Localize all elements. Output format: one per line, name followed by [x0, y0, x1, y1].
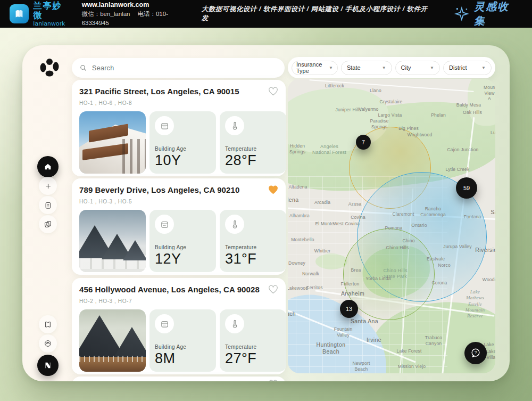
- n-logo-button[interactable]: [37, 355, 59, 376]
- map-label: Paradise Springs: [370, 118, 388, 129]
- map-label: Sa: [491, 209, 495, 216]
- map-label: Woodcr: [483, 277, 495, 283]
- map-label: Newport Beach: [352, 361, 370, 372]
- map-label: Fullerton: [341, 281, 360, 287]
- map-label: Lakewood: [288, 285, 308, 291]
- map-label: Santa Ana: [351, 318, 378, 325]
- notes-icon: [44, 201, 52, 209]
- property-card-partial[interactable]: 123 Sunset Boulevard, Los Angeles, CA 90…: [72, 377, 286, 381]
- map-label: Pomona: [385, 225, 403, 231]
- map-label: Lytle Creek: [446, 167, 470, 173]
- chevron-down-icon: ▼: [430, 66, 434, 70]
- support-button[interactable]: [39, 334, 57, 353]
- favorite-heart-icon[interactable]: [268, 285, 278, 296]
- cluster-marker[interactable]: 13: [340, 300, 358, 318]
- sidebar-rail: [37, 45, 59, 381]
- map-label: Arcadia: [314, 200, 330, 206]
- documents-icon: [44, 220, 52, 228]
- ticket-button[interactable]: [39, 315, 57, 333]
- app-window: Search 321 Pacific Street, Los Angeles, …: [22, 45, 510, 381]
- favorite-heart-icon[interactable]: [268, 380, 278, 381]
- map-label: Chino: [402, 238, 414, 244]
- map-label: Valyermo: [359, 107, 379, 112]
- map-label: Largo Vista: [378, 112, 402, 118]
- building-age-tile: Building Age 8M: [149, 309, 216, 372]
- map-label: Norwalk: [302, 271, 319, 277]
- search-input[interactable]: Search: [72, 58, 285, 78]
- map-label: Montebello: [291, 237, 314, 243]
- map-label: Riverside: [475, 247, 495, 253]
- website-url: www.lanlanwork.com: [82, 0, 194, 10]
- map-label: El Monte: [315, 221, 334, 227]
- favorite-heart-icon[interactable]: [268, 185, 278, 197]
- home-icon: [44, 162, 52, 171]
- map-label: Jurupa Valley: [443, 244, 471, 250]
- filter-district[interactable]: District▼: [443, 61, 492, 75]
- map-label: Llano: [370, 88, 381, 94]
- map-label: Moun View A: [484, 85, 495, 102]
- add-button[interactable]: [39, 177, 57, 195]
- thermometer-icon: [225, 314, 244, 333]
- map-label: Wrightwood: [408, 132, 433, 138]
- calendar-icon: [155, 116, 174, 135]
- map-label: Irvine: [367, 337, 381, 343]
- building-age-value: 12Y: [155, 251, 211, 267]
- collect-label: 灵感收集: [474, 0, 520, 28]
- policy-tags: HO-2 , HO-3 , HO-7: [79, 298, 278, 304]
- property-card[interactable]: 321 Pacific Street, Los Angeles, CA 9001…: [72, 80, 286, 176]
- map-label: Brea: [351, 267, 361, 273]
- svg-text:?: ?: [475, 350, 477, 355]
- notes-button[interactable]: [39, 196, 57, 214]
- home-button[interactable]: [37, 156, 59, 177]
- temperature-label: Temperature: [225, 344, 281, 350]
- property-photo: [79, 309, 146, 372]
- temperature-label: Temperature: [225, 146, 281, 152]
- map-label: Phelan: [431, 112, 446, 118]
- favorite-heart-icon[interactable]: [268, 87, 278, 98]
- map-label: Ontario: [411, 223, 427, 228]
- calendar-icon: [155, 215, 174, 234]
- property-photo: [79, 210, 146, 272]
- calendar-icon: [155, 314, 174, 333]
- property-photo: [79, 111, 146, 174]
- chevron-down-icon: ▼: [329, 66, 333, 70]
- brand-name-en: lanlanwork: [34, 20, 71, 27]
- policy-tags: HO-1 , HO-3 , HO-5: [79, 199, 278, 204]
- search-icon: [79, 64, 87, 72]
- search-placeholder: Search: [92, 64, 114, 72]
- help-button[interactable]: ?: [464, 342, 487, 364]
- filter-state[interactable]: State▼: [341, 61, 392, 75]
- documents-button[interactable]: [39, 215, 57, 233]
- temperature-value: 28°F: [225, 152, 281, 169]
- map-label: Eastvale: [427, 256, 445, 262]
- temperature-tile: Temperature 28°F: [220, 111, 286, 174]
- building-age-label: Building Age: [155, 146, 211, 152]
- cluster-marker[interactable]: 7: [356, 135, 371, 150]
- property-card[interactable]: 789 Beverly Drive, Los Angeles, CA 90210…: [72, 178, 286, 275]
- property-card[interactable]: 456 Hollywood Avenue, Los Angeles, CA 90…: [72, 278, 286, 374]
- map-label: Lake Villa: [486, 349, 495, 360]
- map-label: Trabuco Canyon: [425, 335, 442, 346]
- filter-insurance-type[interactable]: Insurance Type▼: [292, 61, 338, 75]
- building-age-tile: Building Age 10Y: [149, 111, 216, 174]
- map-label: Corona: [431, 280, 447, 286]
- map-label: Whittier: [314, 248, 330, 254]
- map-label: sadena: [288, 197, 298, 203]
- map-label: Lake: [484, 342, 494, 348]
- map-label: Rancho Cucamonga: [420, 206, 446, 217]
- cluster-marker[interactable]: 59: [456, 177, 477, 199]
- temperature-value: 27°F: [225, 350, 281, 367]
- policy-tags: HO-1 , HO-6 , HO-8: [79, 100, 278, 106]
- property-address: 321 Pacific Street, Los Angeles, CA 9001…: [79, 87, 239, 96]
- plus-icon: [44, 182, 52, 190]
- map-label: Big Pines: [398, 126, 419, 132]
- thermometer-icon: [225, 215, 244, 234]
- contact-block: www.lanlanwork.com 微信：ben_lanlan电话：010-6…: [82, 0, 194, 27]
- temperature-value: 31°F: [225, 251, 281, 267]
- chevron-down-icon: ▼: [481, 66, 486, 70]
- map-label: Mission Viejo: [398, 364, 426, 370]
- map-canvas[interactable]: LittlerockLlanoCrystalaireJuniper HillsV…: [288, 79, 495, 373]
- map-label: Hidden Springs: [289, 143, 305, 154]
- map-label: Alhambra: [289, 213, 310, 219]
- filter-city[interactable]: City▼: [395, 61, 440, 75]
